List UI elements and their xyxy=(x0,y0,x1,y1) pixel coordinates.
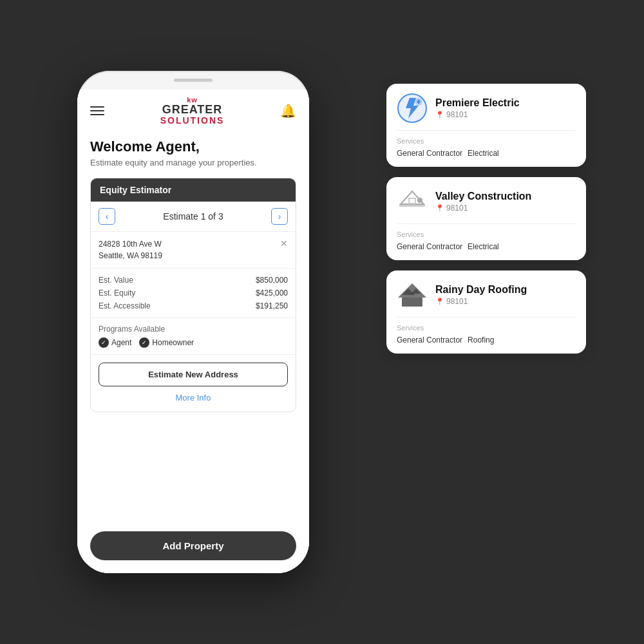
tag-general-contractor: General Contractor xyxy=(397,149,462,158)
estimate-counter: Estimate 1 of 3 xyxy=(163,211,223,222)
electric-icon xyxy=(397,93,428,124)
pin-icon: 📍 xyxy=(435,204,444,213)
app-logo: kw GREATER SOLUTIONS xyxy=(160,96,225,126)
card-divider xyxy=(397,317,576,317)
est-equity-row: Est. Equity $425,000 xyxy=(99,287,288,299)
est-equity-label: Est. Equity xyxy=(99,289,135,298)
more-info-link[interactable]: More Info xyxy=(91,390,296,412)
pin-icon: 📍 xyxy=(435,298,444,306)
estimate-navigation: ‹ Estimate 1 of 3 › xyxy=(91,202,296,232)
service-zip-premiere: 📍 98101 xyxy=(435,110,520,119)
programs-section: Programs Available ✓ Agent ✓ Homeowner xyxy=(91,318,296,355)
est-value-row: Est. Value $850,000 xyxy=(99,274,288,287)
add-property-bar: Add Property xyxy=(77,525,309,573)
service-name-roofing: Rainy Day Roofing xyxy=(435,284,527,296)
construction-icon xyxy=(397,186,428,217)
welcome-subtitle: Estimate equity and manage your properti… xyxy=(90,158,296,167)
est-value-label: Est. Value xyxy=(99,276,133,285)
logo-solutions: SOLUTIONS xyxy=(160,115,225,126)
estimate-new-address-button[interactable]: Estimate New Address xyxy=(99,363,288,386)
svg-rect-10 xyxy=(402,298,422,307)
est-accessible-row: Est. Accessible $191,250 xyxy=(99,299,288,312)
service-cards-container: Premiere Electric 📍 98101 Services Gener… xyxy=(386,84,586,354)
service-tags-premiere: General Contractor Electrical xyxy=(397,149,576,158)
services-label: Services xyxy=(397,137,576,145)
tag-electrical: Electrical xyxy=(468,242,499,251)
card-header-roofing: Rainy Day Roofing 📍 98101 xyxy=(397,279,576,310)
phone-shell: kw GREATER SOLUTIONS 🔔 Welcome Agent, Es… xyxy=(77,71,309,573)
service-zip-valley: 📍 98101 xyxy=(435,204,531,213)
card-info-roofing: Rainy Day Roofing 📍 98101 xyxy=(435,284,527,306)
address-close-icon[interactable]: ✕ xyxy=(280,238,288,249)
phone-notch-area xyxy=(77,71,309,90)
agent-badge: ✓ Agent xyxy=(99,337,131,348)
homeowner-badge: ✓ Homeowner xyxy=(139,337,194,348)
address-line2: Seattle, WA 98119 xyxy=(99,250,288,261)
services-label: Services xyxy=(397,324,576,332)
tag-electrical: Electrical xyxy=(468,149,499,158)
programs-badges: ✓ Agent ✓ Homeowner xyxy=(99,337,288,348)
notification-bell-icon[interactable]: 🔔 xyxy=(280,103,296,118)
add-property-button[interactable]: Add Property xyxy=(90,531,296,560)
est-accessible-label: Est. Accessible xyxy=(99,301,151,310)
service-name-premiere: Premiere Electric xyxy=(435,97,520,109)
phone-speaker xyxy=(174,79,213,82)
hamburger-menu-icon[interactable] xyxy=(90,106,104,115)
svg-point-6 xyxy=(417,198,422,203)
agent-label: Agent xyxy=(111,338,131,347)
address-row: 24828 10th Ave W Seattle, WA 98119 ✕ xyxy=(91,232,296,269)
tag-general-contractor: General Contractor xyxy=(397,336,462,345)
prev-estimate-button[interactable]: ‹ xyxy=(99,208,115,225)
service-zip-roofing: 📍 98101 xyxy=(435,297,527,306)
service-card-valley-construction[interactable]: Valley Construction 📍 98101 Services Gen… xyxy=(386,177,586,260)
svg-marker-7 xyxy=(398,283,426,298)
roofing-icon xyxy=(397,279,428,310)
homeowner-check-icon: ✓ xyxy=(139,337,149,348)
card-divider xyxy=(397,223,576,224)
service-tags-roofing: General Contractor Roofing xyxy=(397,336,576,345)
service-name-valley: Valley Construction xyxy=(435,191,531,202)
service-tags-valley: General Contractor Electrical xyxy=(397,242,576,251)
app-content: Welcome Agent, Estimate equity and manag… xyxy=(77,131,309,525)
tag-general-contractor: General Contractor xyxy=(397,242,462,251)
phone-screen: kw GREATER SOLUTIONS 🔔 Welcome Agent, Es… xyxy=(77,90,309,573)
logo-greater: GREATER xyxy=(162,104,223,115)
equity-card-title: Equity Estimator xyxy=(91,178,296,202)
programs-title: Programs Available xyxy=(99,325,288,334)
service-card-rainy-day-roofing[interactable]: Rainy Day Roofing 📍 98101 Services Gener… xyxy=(386,270,586,354)
est-value-amount: $850,000 xyxy=(256,276,288,285)
service-card-premiere-electric[interactable]: Premiere Electric 📍 98101 Services Gener… xyxy=(386,84,586,167)
next-estimate-button[interactable]: › xyxy=(271,208,288,225)
equity-estimator-card: Equity Estimator ‹ Estimate 1 of 3 › 248… xyxy=(90,178,296,412)
svg-rect-5 xyxy=(410,199,415,203)
address-line1: 24828 10th Ave W xyxy=(99,238,288,250)
tag-roofing: Roofing xyxy=(468,336,494,345)
est-equity-amount: $425,000 xyxy=(256,289,288,298)
card-divider xyxy=(397,130,576,131)
services-label: Services xyxy=(397,231,576,238)
card-header-premiere: Premiere Electric 📍 98101 xyxy=(397,93,576,124)
card-header-valley: Valley Construction 📍 98101 xyxy=(397,186,576,217)
card-info-premiere: Premiere Electric 📍 98101 xyxy=(435,97,520,119)
homeowner-label: Homeowner xyxy=(152,338,194,347)
welcome-title: Welcome Agent, xyxy=(90,138,296,155)
values-table: Est. Value $850,000 Est. Equity $425,000… xyxy=(91,269,296,318)
app-header: kw GREATER SOLUTIONS 🔔 xyxy=(77,90,309,131)
equity-card-body: ‹ Estimate 1 of 3 › 24828 10th Ave W Sea… xyxy=(91,202,296,412)
agent-check-icon: ✓ xyxy=(99,337,109,348)
est-accessible-amount: $191,250 xyxy=(256,301,288,310)
pin-icon: 📍 xyxy=(435,111,444,119)
card-info-valley: Valley Construction 📍 98101 xyxy=(435,191,531,213)
